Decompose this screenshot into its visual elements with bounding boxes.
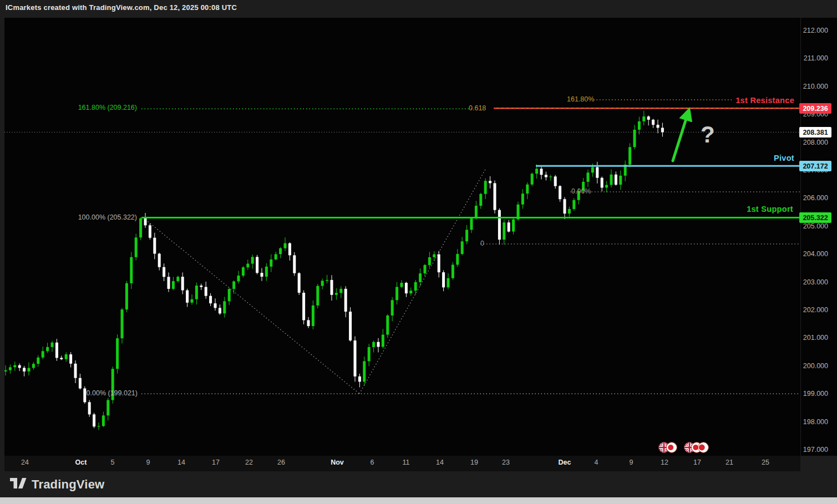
time-label: 9 [146, 459, 150, 466]
time-label: 24 [21, 459, 29, 466]
time-label: 9 [630, 459, 633, 466]
time-label: 17 [693, 459, 701, 466]
price-tick: 206.000 [803, 194, 828, 202]
chart-attribution: ICmarkets created with TradingView.com, … [6, 3, 237, 16]
bottom-strip [0, 497, 837, 504]
time-axis[interactable]: 24Oct5914172226Nov611141923Dec4912172125 [4, 456, 800, 471]
price-tick: 211.000 [804, 54, 828, 62]
price-tick: 198.000 [803, 418, 828, 426]
price-tick: 202.000 [803, 306, 828, 314]
tradingview-chart-window: ICmarkets created with TradingView.com, … [0, 0, 837, 504]
price-tick: 212.000 [803, 27, 828, 34]
time-label: Oct [75, 459, 87, 466]
price-tick: 200.000 [803, 362, 828, 370]
last-price-badge: 208.381 [799, 127, 831, 138]
time-label: Dec [559, 459, 571, 466]
footer-bar: TradingView [0, 471, 837, 497]
price-tick: 208.000 [803, 139, 828, 146]
chart-plot-area[interactable] [4, 18, 800, 456]
time-label: Nov [331, 459, 344, 466]
time-label: 12 [661, 459, 668, 466]
time-label: 26 [277, 459, 285, 466]
time-label: 21 [726, 459, 733, 466]
price-tick: 199.000 [803, 390, 828, 398]
japan-flag-icon [666, 442, 677, 453]
support-price-badge: 205.322 [799, 212, 831, 223]
time-label: 4 [595, 459, 598, 466]
time-label: 19 [470, 459, 478, 466]
arrow-up-drawing[interactable] [673, 114, 688, 161]
time-label: 11 [403, 459, 410, 466]
time-label: 5 [111, 459, 115, 466]
time-label: 6 [371, 459, 374, 466]
tradingview-logo[interactable]: TradingView [10, 477, 104, 492]
price-tick: 205.000 [803, 222, 828, 230]
price-axis[interactable]: 212.000211.000210.000209.000208.000207.0… [800, 18, 837, 456]
event-flags-group-2[interactable] [684, 442, 709, 454]
price-tick: 210.000 [803, 83, 828, 90]
price-tick: 203.000 [803, 278, 828, 286]
pivot-price-badge: 207.172 [799, 161, 831, 171]
tradingview-logo-icon [10, 478, 27, 491]
event-flags-group-1[interactable] [658, 442, 681, 454]
japan-flag-icon [698, 442, 709, 453]
price-tick: 197.000 [803, 446, 828, 454]
tradingview-brand-text: TradingView [32, 477, 104, 492]
candles [4, 111, 664, 430]
candlestick-canvas[interactable] [4, 18, 800, 456]
time-label: 22 [245, 459, 253, 466]
resistance-price-badge: 209.236 [799, 103, 831, 114]
dotted-trendline[interactable] [359, 169, 485, 394]
time-label: 17 [212, 459, 220, 466]
price-tick: 204.000 [803, 250, 828, 258]
time-label: 23 [502, 459, 510, 466]
price-tick: 201.000 [803, 334, 828, 342]
time-label: 14 [436, 459, 444, 466]
time-label: 25 [762, 459, 769, 466]
dotted-trendline[interactable] [143, 218, 359, 394]
time-label: 14 [177, 459, 185, 466]
